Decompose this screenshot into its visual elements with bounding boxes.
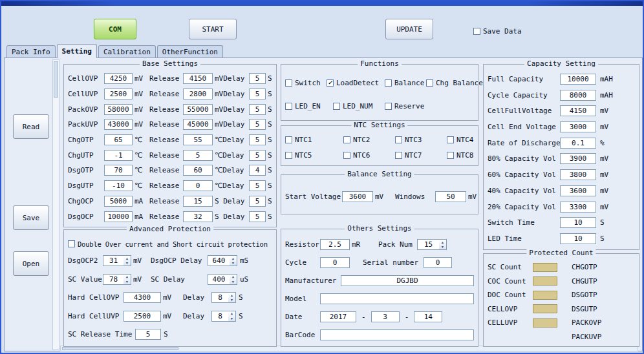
delay-input[interactable] [249,134,266,145]
save-data-checkbox[interactable] [473,28,480,35]
release-input[interactable] [183,180,213,191]
delay-input[interactable] [249,104,266,115]
hard-uvp-delay-select[interactable]: ▲▼ [211,311,236,322]
led-num-checkbox[interactable] [333,103,340,110]
scrollbar-thumb[interactable] [62,347,178,350]
value-input[interactable] [560,90,596,101]
dsgocp-delay-select[interactable]: ▲▼ [208,255,237,266]
delay-input[interactable] [249,73,266,84]
update-button[interactable]: UPDATE [385,19,433,39]
pack-num-select[interactable]: ▲▼ [417,239,447,250]
tab-setting[interactable]: Setting [57,44,97,58]
barcode-input[interactable] [320,329,474,340]
value-input[interactable] [104,196,133,207]
delay-input[interactable] [249,165,266,176]
windows-input[interactable] [435,191,466,202]
ntc5-checkbox[interactable] [285,152,292,159]
value-input[interactable] [560,138,596,149]
sc-value-select[interactable]: ▲▼ [103,274,131,285]
tab-calibration[interactable]: Calibration [98,45,156,57]
led-en-checkbox[interactable] [285,103,292,110]
spinner-icon[interactable]: ▲▼ [230,274,237,285]
value-input[interactable] [560,153,596,164]
loaddetect-checkbox[interactable]: ✓ [327,79,334,87]
date-month-input[interactable] [371,311,400,322]
sc-delay-value[interactable] [208,274,230,285]
cycle-input[interactable] [320,257,350,268]
ntc2-checkbox[interactable] [343,136,350,143]
resistor-input[interactable] [320,239,350,250]
release-input[interactable] [183,150,213,161]
value-input[interactable] [104,211,133,222]
value-input[interactable] [560,105,596,116]
value-input[interactable] [104,119,133,130]
delay-input[interactable] [249,88,266,99]
ntc1-checkbox[interactable] [285,136,292,143]
read-button[interactable]: Read [13,114,49,139]
save-button[interactable]: Save [13,205,49,230]
hard-ovp-delay-value[interactable] [211,292,228,303]
ntc8-checkbox[interactable] [447,152,454,159]
dsgocp-delay-value[interactable] [208,255,230,266]
value-input[interactable] [560,169,596,180]
release-input[interactable] [183,88,213,99]
value-input[interactable] [104,88,133,99]
value-input[interactable] [560,202,596,213]
ntc7-checkbox[interactable] [395,152,402,159]
hard-uvp-delay-value[interactable] [211,311,228,322]
com-button[interactable]: COM [94,19,136,39]
release-input[interactable] [183,73,213,84]
release-input[interactable] [183,211,213,222]
value-input[interactable] [560,74,596,85]
spinner-icon[interactable]: ▲▼ [230,255,237,266]
release-input[interactable] [183,196,213,207]
value-input[interactable] [104,150,133,161]
hard-cellovp-value[interactable] [123,292,161,303]
ntc4-checkbox[interactable] [447,136,454,143]
value-input[interactable] [560,185,596,196]
delay-input[interactable] [249,119,266,130]
tab-pack-info[interactable]: Pack Info [6,45,56,57]
value-input[interactable] [104,165,133,176]
pack-num-value[interactable] [417,239,439,250]
value-input[interactable] [560,121,596,132]
release-input[interactable] [183,165,213,176]
spinner-icon[interactable]: ▲▼ [439,239,447,250]
value-input[interactable] [104,180,133,191]
hard-celluvp-value[interactable] [123,311,161,322]
value-input[interactable] [560,233,596,244]
spinner-icon[interactable]: ▲▼ [228,292,236,303]
spinner-icon[interactable]: ▲▼ [123,255,131,266]
sc-value[interactable] [103,274,123,285]
ntc6-checkbox[interactable] [343,152,350,159]
value-input[interactable] [104,134,133,145]
scrollbar-thumb[interactable] [54,61,58,98]
spinner-icon[interactable]: ▲▼ [228,311,236,322]
delay-input[interactable] [249,150,266,161]
delay-input[interactable] [249,211,266,222]
title-bar[interactable] [1,1,643,6]
ntc3-checkbox[interactable] [395,136,402,143]
release-input[interactable] [183,134,213,145]
model-input[interactable] [320,293,474,304]
dsgocp2-value[interactable] [103,255,123,266]
start-voltage-input[interactable] [342,191,373,202]
sc-release-value[interactable] [135,329,161,340]
save-data-checkbox-group[interactable]: Save Data [473,27,522,36]
date-day-input[interactable] [414,311,442,322]
chg-balance-checkbox[interactable] [426,79,433,87]
date-year-input[interactable] [320,311,356,322]
delay-input[interactable] [249,180,266,191]
switch-checkbox[interactable] [285,79,292,87]
release-input[interactable] [183,104,213,115]
release-input[interactable] [183,119,213,130]
balance-checkbox[interactable] [385,79,392,87]
delay-input[interactable] [249,196,266,207]
value-input[interactable] [560,217,596,228]
tab-otherfunction[interactable]: OtherFunction [157,45,223,57]
manufacturer-input[interactable] [341,275,474,286]
spinner-icon[interactable]: ▲▼ [123,274,131,285]
serial-number-input[interactable] [424,257,452,268]
value-input[interactable] [104,73,133,84]
hard-ovp-delay-select[interactable]: ▲▼ [211,292,236,303]
